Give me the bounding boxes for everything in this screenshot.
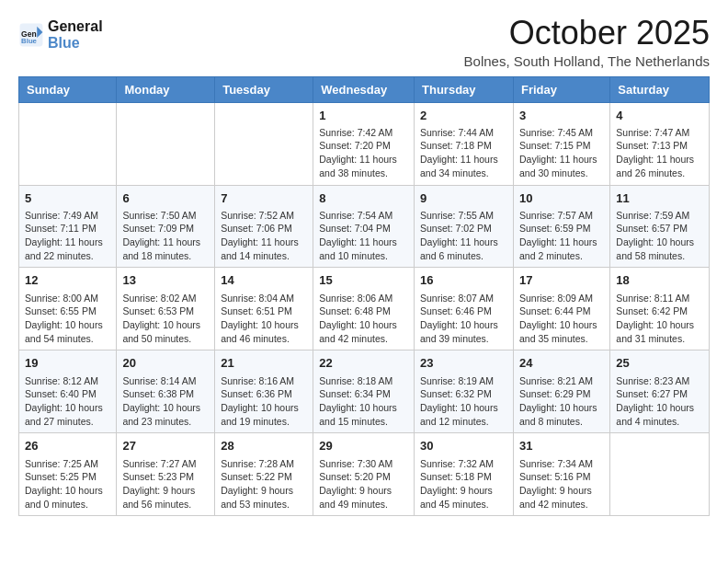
calendar-cell: 25Sunrise: 8:23 AM Sunset: 6:27 PM Dayli…	[610, 350, 710, 433]
day-number: 28	[221, 438, 307, 454]
day-info: Sunrise: 8:02 AM Sunset: 6:53 PM Dayligh…	[122, 292, 209, 346]
day-number: 24	[519, 355, 604, 372]
calendar-header-monday: Monday	[117, 76, 215, 102]
calendar-cell: 11Sunrise: 7:59 AM Sunset: 6:57 PM Dayli…	[610, 185, 710, 268]
calendar-header-row: SundayMondayTuesdayWednesdayThursdayFrid…	[19, 76, 710, 102]
day-info: Sunrise: 7:57 AM Sunset: 6:59 PM Dayligh…	[519, 209, 604, 263]
calendar-cell: 12Sunrise: 8:00 AM Sunset: 6:55 PM Dayli…	[19, 268, 117, 350]
day-info: Sunrise: 8:07 AM Sunset: 6:46 PM Dayligh…	[420, 292, 507, 346]
day-number: 4	[616, 108, 703, 124]
calendar-week-row: 26Sunrise: 7:25 AM Sunset: 5:25 PM Dayli…	[19, 433, 710, 516]
calendar-cell: 26Sunrise: 7:25 AM Sunset: 5:25 PM Dayli…	[19, 433, 117, 516]
day-number: 16	[420, 272, 507, 289]
calendar-cell	[610, 433, 710, 516]
day-info: Sunrise: 8:00 AM Sunset: 6:55 PM Dayligh…	[25, 292, 110, 346]
calendar-cell: 8Sunrise: 7:54 AM Sunset: 7:04 PM Daylig…	[313, 185, 415, 268]
logo-text: General Blue	[48, 18, 103, 51]
calendar-cell: 24Sunrise: 8:21 AM Sunset: 6:29 PM Dayli…	[513, 350, 609, 433]
calendar-table: SundayMondayTuesdayWednesdayThursdayFrid…	[18, 76, 710, 517]
day-info: Sunrise: 7:50 AM Sunset: 7:09 PM Dayligh…	[122, 209, 209, 263]
day-info: Sunrise: 8:19 AM Sunset: 6:32 PM Dayligh…	[420, 374, 507, 429]
day-info: Sunrise: 8:09 AM Sunset: 6:44 PM Dayligh…	[519, 292, 604, 346]
calendar-cell	[19, 102, 117, 185]
calendar-cell: 5Sunrise: 7:49 AM Sunset: 7:11 PM Daylig…	[19, 185, 117, 268]
day-number: 2	[420, 108, 507, 124]
calendar-week-row: 19Sunrise: 8:12 AM Sunset: 6:40 PM Dayli…	[19, 350, 710, 433]
day-info: Sunrise: 7:25 AM Sunset: 5:25 PM Dayligh…	[25, 457, 110, 511]
day-number: 19	[25, 355, 110, 372]
day-number: 5	[25, 190, 110, 207]
calendar-header-saturday: Saturday	[610, 76, 710, 102]
day-info: Sunrise: 7:34 AM Sunset: 5:16 PM Dayligh…	[519, 457, 604, 511]
day-info: Sunrise: 8:06 AM Sunset: 6:48 PM Dayligh…	[319, 292, 408, 346]
day-info: Sunrise: 7:47 AM Sunset: 7:13 PM Dayligh…	[616, 126, 703, 180]
day-number: 15	[319, 272, 408, 289]
day-number: 21	[221, 355, 307, 372]
subtitle: Bolnes, South Holland, The Netherlands	[464, 53, 710, 69]
calendar-header-wednesday: Wednesday	[313, 76, 415, 102]
day-info: Sunrise: 7:32 AM Sunset: 5:18 PM Dayligh…	[420, 457, 507, 511]
day-info: Sunrise: 8:18 AM Sunset: 6:34 PM Dayligh…	[319, 374, 408, 429]
day-number: 7	[221, 190, 307, 207]
calendar-header-thursday: Thursday	[415, 76, 514, 102]
calendar-header-tuesday: Tuesday	[215, 76, 313, 102]
calendar-week-row: 12Sunrise: 8:00 AM Sunset: 6:55 PM Dayli…	[19, 268, 710, 350]
calendar-cell	[117, 102, 215, 185]
calendar-cell: 3Sunrise: 7:45 AM Sunset: 7:15 PM Daylig…	[513, 102, 609, 185]
logo-icon: Gen Blue	[18, 22, 44, 48]
day-number: 30	[420, 438, 507, 454]
title-block: October 2025 Bolnes, South Holland, The …	[464, 15, 710, 69]
day-info: Sunrise: 8:14 AM Sunset: 6:38 PM Dayligh…	[122, 374, 209, 429]
calendar-cell: 10Sunrise: 7:57 AM Sunset: 6:59 PM Dayli…	[513, 185, 609, 268]
calendar-week-row: 5Sunrise: 7:49 AM Sunset: 7:11 PM Daylig…	[19, 185, 710, 268]
calendar-cell: 29Sunrise: 7:30 AM Sunset: 5:20 PM Dayli…	[313, 433, 415, 516]
day-number: 9	[420, 190, 507, 207]
day-number: 10	[519, 190, 604, 207]
calendar-cell: 13Sunrise: 8:02 AM Sunset: 6:53 PM Dayli…	[117, 268, 215, 350]
calendar-cell: 7Sunrise: 7:52 AM Sunset: 7:06 PM Daylig…	[215, 185, 313, 268]
day-info: Sunrise: 7:30 AM Sunset: 5:20 PM Dayligh…	[319, 457, 408, 511]
calendar-cell: 9Sunrise: 7:55 AM Sunset: 7:02 PM Daylig…	[415, 185, 514, 268]
calendar-cell: 14Sunrise: 8:04 AM Sunset: 6:51 PM Dayli…	[215, 268, 313, 350]
calendar-cell: 17Sunrise: 8:09 AM Sunset: 6:44 PM Dayli…	[513, 268, 609, 350]
day-info: Sunrise: 7:54 AM Sunset: 7:04 PM Dayligh…	[319, 209, 408, 263]
calendar-cell: 1Sunrise: 7:42 AM Sunset: 7:20 PM Daylig…	[313, 102, 415, 185]
day-info: Sunrise: 7:49 AM Sunset: 7:11 PM Dayligh…	[25, 209, 110, 263]
calendar-cell: 31Sunrise: 7:34 AM Sunset: 5:16 PM Dayli…	[513, 433, 609, 516]
day-number: 27	[122, 438, 209, 454]
day-number: 3	[519, 108, 604, 124]
day-info: Sunrise: 8:11 AM Sunset: 6:42 PM Dayligh…	[616, 292, 703, 346]
calendar-cell: 20Sunrise: 8:14 AM Sunset: 6:38 PM Dayli…	[117, 350, 215, 433]
calendar-cell: 27Sunrise: 7:27 AM Sunset: 5:23 PM Dayli…	[117, 433, 215, 516]
day-info: Sunrise: 7:55 AM Sunset: 7:02 PM Dayligh…	[420, 209, 507, 263]
day-info: Sunrise: 8:12 AM Sunset: 6:40 PM Dayligh…	[25, 374, 110, 429]
day-number: 11	[616, 190, 703, 207]
calendar-cell: 22Sunrise: 8:18 AM Sunset: 6:34 PM Dayli…	[313, 350, 415, 433]
header: Gen Blue General Blue October 2025 Bolne…	[18, 15, 710, 69]
calendar-header-sunday: Sunday	[19, 76, 117, 102]
day-info: Sunrise: 7:45 AM Sunset: 7:15 PM Dayligh…	[519, 126, 604, 180]
day-number: 25	[616, 355, 703, 372]
calendar-cell: 6Sunrise: 7:50 AM Sunset: 7:09 PM Daylig…	[117, 185, 215, 268]
calendar-cell: 15Sunrise: 8:06 AM Sunset: 6:48 PM Dayli…	[313, 268, 415, 350]
day-number: 12	[25, 272, 110, 289]
page: Gen Blue General Blue October 2025 Bolne…	[0, 0, 728, 531]
calendar-header-friday: Friday	[513, 76, 609, 102]
day-info: Sunrise: 7:52 AM Sunset: 7:06 PM Dayligh…	[221, 209, 307, 263]
day-info: Sunrise: 8:23 AM Sunset: 6:27 PM Dayligh…	[616, 374, 703, 429]
calendar-cell	[215, 102, 313, 185]
day-number: 26	[25, 438, 110, 454]
calendar-week-row: 1Sunrise: 7:42 AM Sunset: 7:20 PM Daylig…	[19, 102, 710, 185]
calendar-cell: 23Sunrise: 8:19 AM Sunset: 6:32 PM Dayli…	[415, 350, 514, 433]
day-number: 1	[319, 108, 408, 124]
day-number: 6	[122, 190, 209, 207]
day-info: Sunrise: 7:27 AM Sunset: 5:23 PM Dayligh…	[122, 457, 209, 511]
logo: Gen Blue General Blue	[18, 18, 103, 51]
calendar-cell: 30Sunrise: 7:32 AM Sunset: 5:18 PM Dayli…	[415, 433, 514, 516]
calendar-cell: 28Sunrise: 7:28 AM Sunset: 5:22 PM Dayli…	[215, 433, 313, 516]
day-number: 14	[221, 272, 307, 289]
calendar-cell: 16Sunrise: 8:07 AM Sunset: 6:46 PM Dayli…	[415, 268, 514, 350]
calendar-cell: 2Sunrise: 7:44 AM Sunset: 7:18 PM Daylig…	[415, 102, 514, 185]
main-title: October 2025	[464, 15, 710, 52]
day-info: Sunrise: 7:59 AM Sunset: 6:57 PM Dayligh…	[616, 209, 703, 263]
